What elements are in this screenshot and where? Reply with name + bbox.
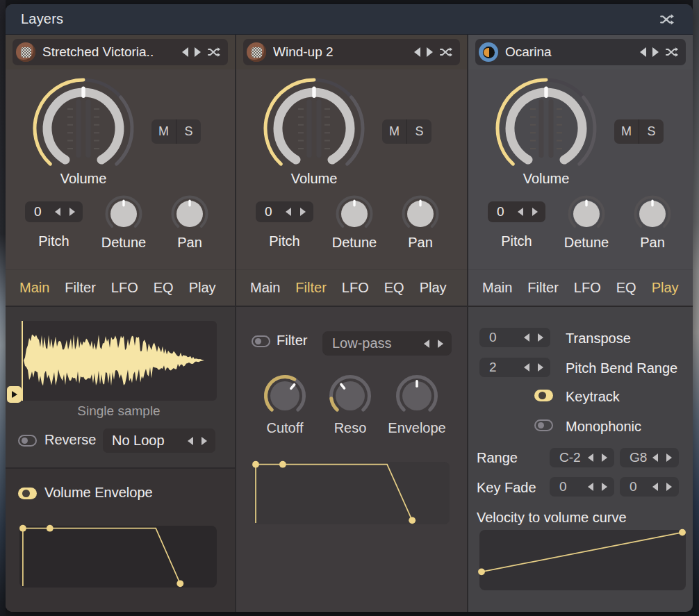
- volume-knob[interactable]: [494, 76, 598, 181]
- increment-icon[interactable]: [666, 453, 672, 462]
- tab-main[interactable]: Main: [250, 280, 280, 296]
- solo-button[interactable]: S: [639, 119, 664, 144]
- keytrack-toggle[interactable]: [534, 390, 553, 401]
- detune-knob[interactable]: [335, 194, 374, 233]
- layer-selector[interactable]: Stretched Victoria..: [13, 39, 228, 65]
- filter-envelope-graph[interactable]: [254, 462, 450, 524]
- layer-name: Stretched Victoria..: [42, 44, 178, 60]
- filter-toggle[interactable]: [252, 335, 270, 347]
- pitch-value: 0: [34, 204, 42, 219]
- shuffle-icon[interactable]: [665, 45, 679, 59]
- waveform-display[interactable]: [21, 321, 217, 401]
- pan-knob[interactable]: [170, 194, 209, 233]
- knob-section: Volume M S 0 Pitch Detune Pan: [6, 69, 235, 269]
- pitch-stepper[interactable]: 0: [256, 201, 313, 222]
- decrement-icon[interactable]: [55, 208, 60, 216]
- pan-knob[interactable]: [633, 194, 672, 233]
- filter-type-select[interactable]: Low-pass: [322, 331, 452, 356]
- solo-button[interactable]: S: [176, 119, 201, 144]
- increment-icon[interactable]: [532, 208, 538, 216]
- tab-eq[interactable]: EQ: [616, 280, 636, 296]
- sample-start-marker[interactable]: [7, 386, 22, 403]
- envelope-knob[interactable]: [395, 374, 439, 418]
- mute-button[interactable]: M: [382, 119, 407, 144]
- shuffle-icon[interactable]: [439, 45, 453, 59]
- volume-envelope-toggle[interactable]: [18, 488, 37, 499]
- range-low-stepper[interactable]: C-2: [550, 448, 614, 467]
- tab-filter[interactable]: Filter: [65, 280, 95, 296]
- velocity-curve-graph[interactable]: [479, 530, 686, 590]
- prev-option-icon[interactable]: [188, 437, 193, 445]
- shuffle-icon[interactable]: [207, 45, 221, 59]
- key-fade-high-stepper[interactable]: 0: [620, 477, 679, 497]
- prev-option-icon[interactable]: [424, 340, 429, 348]
- pitch-stepper[interactable]: 0: [25, 201, 83, 222]
- next-layer-icon[interactable]: [427, 47, 433, 57]
- mute-solo-group: M S: [151, 119, 201, 144]
- transpose-stepper[interactable]: 0: [479, 328, 550, 347]
- increment-icon[interactable]: [602, 453, 607, 462]
- volume-knob[interactable]: [262, 76, 366, 181]
- pan-knob[interactable]: [401, 194, 440, 233]
- panel-title: Layers: [21, 11, 63, 27]
- next-layer-icon[interactable]: [195, 47, 201, 57]
- detune-knob[interactable]: [567, 194, 606, 233]
- key-fade-high-value: 0: [630, 479, 648, 494]
- volume-envelope-graph[interactable]: [19, 526, 217, 588]
- loop-mode-select[interactable]: No Loop: [103, 428, 215, 453]
- decrement-icon[interactable]: [588, 483, 593, 491]
- solo-button[interactable]: S: [407, 119, 431, 144]
- range-high-stepper[interactable]: G8: [620, 448, 679, 467]
- tab-play[interactable]: Play: [420, 280, 447, 296]
- layer-selector[interactable]: Wind-up 2: [243, 39, 460, 65]
- pitch-label: Pitch: [256, 233, 313, 249]
- transpose-label: Transpose: [566, 331, 631, 347]
- tab-lfo[interactable]: LFO: [111, 280, 138, 296]
- increment-icon[interactable]: [602, 483, 607, 491]
- pitch-bend-value: 2: [489, 360, 507, 375]
- pitch-bend-stepper[interactable]: 2: [479, 358, 550, 377]
- cutoff-knob[interactable]: [263, 374, 307, 418]
- tab-filter[interactable]: Filter: [527, 280, 558, 296]
- decrement-icon[interactable]: [524, 363, 529, 372]
- tab-main[interactable]: Main: [482, 280, 512, 296]
- pitch-label: Pitch: [25, 233, 83, 249]
- tab-main[interactable]: Main: [19, 280, 49, 296]
- increment-icon[interactable]: [538, 363, 543, 372]
- mute-button[interactable]: M: [151, 119, 176, 144]
- monophonic-toggle[interactable]: [534, 419, 553, 431]
- volume-knob[interactable]: [31, 76, 135, 181]
- prev-layer-icon[interactable]: [414, 47, 420, 57]
- tab-play[interactable]: Play: [189, 280, 216, 296]
- increment-icon[interactable]: [666, 483, 672, 491]
- decrement-icon[interactable]: [286, 208, 291, 216]
- tab-eq[interactable]: EQ: [384, 280, 404, 296]
- mute-button[interactable]: M: [614, 119, 639, 144]
- tab-filter[interactable]: Filter: [295, 280, 326, 296]
- decrement-icon[interactable]: [652, 453, 658, 462]
- resonance-knob[interactable]: [328, 374, 372, 418]
- next-layer-icon[interactable]: [652, 47, 659, 57]
- tab-lfo[interactable]: LFO: [342, 280, 369, 296]
- prev-layer-icon[interactable]: [182, 47, 188, 57]
- layer-header: Wind-up 2: [236, 35, 467, 69]
- prev-layer-icon[interactable]: [640, 47, 646, 57]
- detune-knob[interactable]: [104, 194, 143, 233]
- reverse-toggle[interactable]: [18, 435, 37, 447]
- increment-icon[interactable]: [300, 208, 306, 216]
- increment-icon[interactable]: [69, 208, 75, 216]
- decrement-icon[interactable]: [524, 333, 529, 342]
- decrement-icon[interactable]: [518, 208, 523, 216]
- key-fade-low-stepper[interactable]: 0: [550, 477, 614, 497]
- decrement-icon[interactable]: [652, 483, 658, 491]
- increment-icon[interactable]: [538, 333, 543, 342]
- tab-lfo[interactable]: LFO: [574, 280, 601, 296]
- layer-selector[interactable]: Ocarina: [475, 39, 686, 65]
- tab-play[interactable]: Play: [652, 280, 679, 296]
- shuffle-icon[interactable]: [659, 12, 675, 27]
- next-option-icon[interactable]: [202, 437, 207, 445]
- decrement-icon[interactable]: [588, 453, 593, 462]
- pitch-stepper[interactable]: 0: [488, 201, 545, 222]
- next-option-icon[interactable]: [438, 340, 443, 348]
- tab-eq[interactable]: EQ: [154, 280, 174, 296]
